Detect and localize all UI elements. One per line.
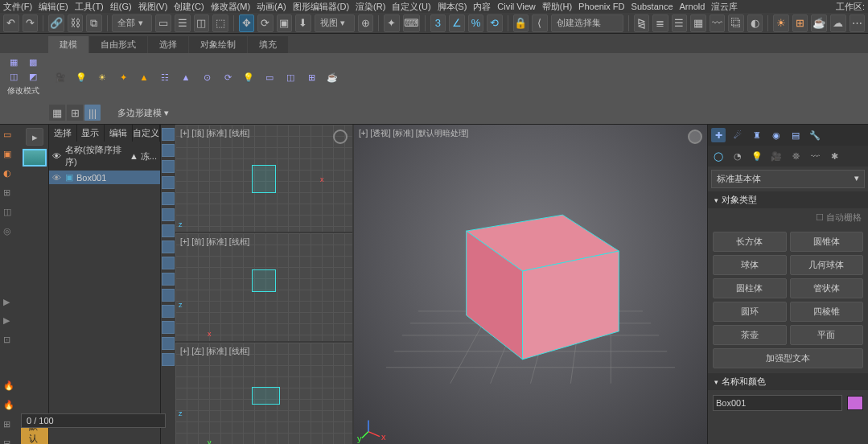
named-selection-set[interactable]: 创建选择集 <box>551 14 623 32</box>
eye-icon[interactable]: 👁 <box>52 173 62 183</box>
object-name-input[interactable] <box>713 395 842 411</box>
menu-item[interactable]: 渲染(R) <box>356 1 385 13</box>
poly-icon[interactable]: ◩ <box>26 69 40 84</box>
place-button[interactable]: ⬇ <box>295 14 311 32</box>
scene-row[interactable]: 👁 ▣ Box001 <box>49 171 160 184</box>
column-extra[interactable]: ▲ 冻... <box>130 150 157 162</box>
poly-icon[interactable]: ▦ <box>6 55 21 69</box>
menu-item[interactable]: Arnold <box>680 2 706 11</box>
percent-snap-toggle[interactable]: % <box>468 14 484 32</box>
render-frame-button[interactable]: ⊞ <box>792 14 808 32</box>
systems-icon[interactable]: ✱ <box>827 149 841 163</box>
ribbon-tab-populate[interactable]: 填充 <box>248 36 288 53</box>
light-icon[interactable]: ▭ <box>262 70 277 84</box>
poly-sub-icon[interactable]: ⊞ <box>66 104 84 121</box>
angle-snap-toggle[interactable]: ∠ <box>449 14 465 32</box>
section-object-type[interactable]: 对象类型 <box>708 191 868 208</box>
menu-item[interactable]: 文件(F) <box>3 1 32 13</box>
manip-button[interactable]: ✦ <box>384 14 400 32</box>
viewport-label[interactable]: [+] [前] [标准] [线框] <box>180 236 249 248</box>
spinner-snap-toggle[interactable]: ⟲ <box>487 14 503 32</box>
primitive-button[interactable]: 圆锥体 <box>790 232 864 252</box>
filter-icon[interactable] <box>162 273 175 286</box>
helpers-icon[interactable]: ❊ <box>788 149 803 163</box>
ribbon-tab-selection[interactable]: 选择 <box>148 36 188 53</box>
menu-item[interactable]: 内容 <box>473 1 491 13</box>
tool-icon[interactable]: ▣ <box>3 149 18 160</box>
side-tool[interactable]: ▸ <box>26 128 43 146</box>
tool-icon[interactable]: ▭ <box>3 130 18 141</box>
select-button[interactable]: ▭ <box>155 14 171 32</box>
spacewarps-icon[interactable]: 〰 <box>808 149 822 163</box>
viewcube-icon[interactable] <box>333 130 348 144</box>
tool-icon[interactable]: ▶ <box>3 297 18 308</box>
window-crossing-button[interactable]: ⬚ <box>212 14 228 32</box>
primitive-button[interactable]: 圆柱体 <box>713 278 787 298</box>
unlink-button[interactable]: ⛓ <box>68 14 84 32</box>
motion-tab-icon[interactable]: ◉ <box>769 128 784 142</box>
utilities-tab-icon[interactable]: 🔧 <box>808 128 822 142</box>
create-tab-icon[interactable]: ✚ <box>711 128 726 142</box>
filter-icon[interactable] <box>162 128 175 141</box>
scene-tab[interactable]: 选择 <box>49 125 77 142</box>
primitive-button[interactable]: 茶壶 <box>713 325 787 345</box>
link-button[interactable]: 🔗 <box>48 14 64 32</box>
menu-item[interactable]: Civil View <box>497 2 535 11</box>
ribbon-tab-paint[interactable]: 对象绘制 <box>189 36 247 53</box>
primitive-button[interactable]: 平面 <box>790 325 864 345</box>
move-button[interactable]: ✥ <box>239 14 255 32</box>
filter-icon[interactable] <box>162 176 175 189</box>
menu-item[interactable]: 编辑(E) <box>39 1 68 13</box>
tool-icon[interactable]: ⊞ <box>3 419 18 430</box>
light-icon[interactable]: ⊙ <box>200 70 214 84</box>
filter-icon[interactable] <box>162 305 175 318</box>
menu-item[interactable]: 自定义(U) <box>392 1 430 13</box>
ribbon-tab-freeform[interactable]: 自由形式 <box>89 36 147 53</box>
column-name[interactable]: 名称(按降序排序) <box>65 144 126 168</box>
menu-item[interactable]: 组(G) <box>110 1 132 13</box>
light-icon[interactable]: ✦ <box>116 70 130 84</box>
geometry-icon[interactable]: ◯ <box>711 149 726 163</box>
scene-tab[interactable]: 显示 <box>77 125 105 142</box>
light-icon[interactable]: ▲ <box>137 70 151 84</box>
modify-tab-icon[interactable]: ☄ <box>730 128 745 142</box>
light-icon[interactable]: ☕ <box>325 70 339 84</box>
light-icon[interactable]: ☷ <box>158 70 172 84</box>
display-tab-icon[interactable]: ▤ <box>788 128 803 142</box>
primitive-button[interactable]: 四棱锥 <box>790 302 864 322</box>
filter-icon[interactable] <box>162 160 175 173</box>
more-button[interactable]: ⋯ <box>849 14 866 32</box>
menu-item[interactable]: 修改器(M) <box>211 1 251 13</box>
tool-icon[interactable]: ◐ <box>3 168 18 179</box>
filter-icon[interactable] <box>162 289 175 302</box>
rotate-button[interactable]: ⟳ <box>257 14 274 32</box>
redo-button[interactable]: ↷ <box>23 14 39 32</box>
tool-icon[interactable]: ⊞ <box>3 187 18 199</box>
viewport-thumb[interactable] <box>23 149 47 166</box>
mirror-button[interactable]: ⧎ <box>634 14 650 32</box>
primitive-button[interactable]: 加强型文本 <box>713 348 863 368</box>
menu-item[interactable]: 动画(A) <box>257 1 286 13</box>
pivot-button[interactable]: ⊕ <box>358 14 374 32</box>
timeline[interactable]: 0 / 100 <box>21 413 166 428</box>
light-icon[interactable]: 💡 <box>241 70 256 84</box>
select-name-button[interactable]: ☰ <box>175 14 191 32</box>
filter-icon[interactable] <box>162 144 175 157</box>
poly-icon[interactable]: ◫ <box>6 69 21 84</box>
light-icon[interactable]: ▲ <box>179 70 193 84</box>
menu-item[interactable]: 创建(C) <box>174 1 204 13</box>
material-editor-button[interactable]: ◐ <box>747 14 763 32</box>
menu-item[interactable]: 渲云库 <box>711 1 738 13</box>
light-icon[interactable]: 🎥 <box>53 70 68 84</box>
primitive-button[interactable]: 球体 <box>713 255 787 275</box>
viewport-left[interactable]: [+] [左] [标准] [线框] z y <box>175 343 352 444</box>
scene-tab[interactable]: 编辑 <box>105 125 133 142</box>
refcoord-dropdown[interactable]: 视图 ▾ <box>315 14 355 32</box>
curve-editor-button[interactable]: 〰 <box>710 14 726 32</box>
filter-icon[interactable] <box>162 353 175 366</box>
primitive-button[interactable]: 圆环 <box>713 302 787 322</box>
autogrid-checkbox[interactable]: ☐ 自动栅格 <box>708 208 868 227</box>
filter-icon[interactable] <box>162 337 175 350</box>
cameras-icon[interactable]: 🎥 <box>769 149 784 163</box>
section-name-color[interactable]: 名称和颜色 <box>708 373 868 390</box>
